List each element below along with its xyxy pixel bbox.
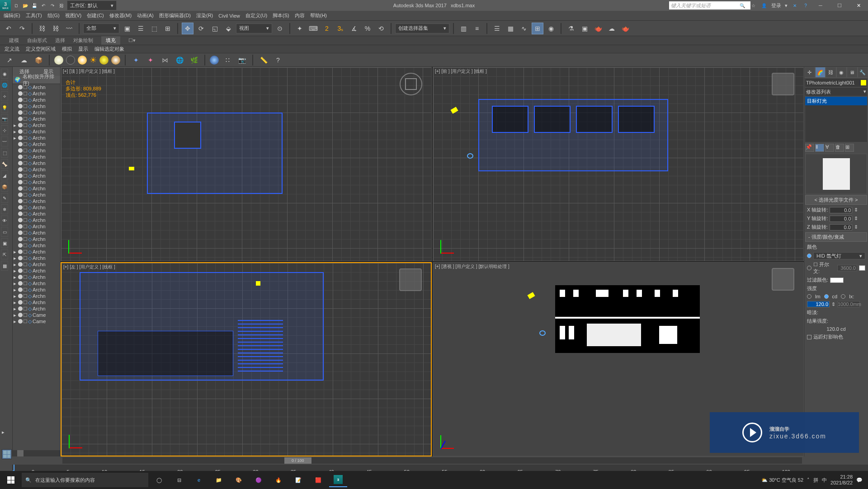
cortana-icon[interactable]: ⊟ [170, 473, 188, 487]
menu-tools[interactable]: 工具(T) [26, 12, 42, 19]
select-rect-button[interactable]: ⬚ [148, 23, 160, 34]
viewcube-front[interactable] [772, 73, 794, 95]
scene-item[interactable]: ◇Archn [13, 141, 60, 147]
cd-radio[interactable] [824, 294, 829, 299]
bind-spacewarp-button[interactable]: 〰 [63, 23, 75, 34]
scene-item[interactable]: ◇Archn [13, 223, 60, 230]
lx-radio[interactable] [841, 294, 845, 299]
populate-editsel[interactable]: 编辑选定对象 [94, 46, 124, 52]
scene-item[interactable]: ◇Archn [13, 192, 60, 198]
render-prod-button[interactable]: 🫖 [592, 23, 604, 34]
scene-item[interactable]: ◇Archn [13, 173, 60, 179]
render-a360-button[interactable]: ☁ [606, 23, 618, 34]
scene-item[interactable]: ◇Archn [13, 109, 60, 116]
preset-radio[interactable] [807, 254, 811, 258]
scene-item[interactable]: ▸◇Archn [13, 261, 60, 268]
scene-item[interactable]: ◇Archn [13, 185, 60, 192]
menu-rendering[interactable]: 渲染(R) [196, 12, 213, 19]
unlink-button[interactable]: ⛓̷ [50, 23, 61, 34]
make-unique-button[interactable]: ∀ [825, 144, 834, 152]
populate-display[interactable]: 显示 [78, 46, 88, 52]
scene-item[interactable]: ▸◇Archn [13, 268, 60, 274]
pick-photometric-file-button[interactable]: < 选择光度学文件 > [805, 195, 867, 205]
rollout-intensity[interactable]: - 强度/颜色/衰减 [805, 232, 867, 242]
pivot-center-button[interactable]: ⊙ [274, 23, 286, 34]
link-button[interactable]: ⛓ [36, 23, 48, 34]
window-crossing-button[interactable]: ⊞ [162, 23, 174, 34]
schematic-view-button[interactable]: ⊞ [532, 23, 543, 34]
tray-ime[interactable]: 拼 [813, 477, 818, 484]
viewport-layout-button[interactable] [2, 449, 12, 459]
menu-animation[interactable]: 动画(A) [137, 12, 154, 19]
cp-tab-hierarchy[interactable]: ⛓ [826, 67, 836, 78]
scene-item[interactable]: ◇Archn [13, 217, 60, 223]
se-tool-15[interactable]: ▭ [1, 227, 8, 237]
off-light-icon[interactable] [66, 56, 75, 65]
menu-modifiers[interactable]: 修改器(M) [109, 12, 132, 19]
scene-item[interactable]: ◇Archn [13, 179, 60, 185]
scene-item[interactable]: ▸◇Archn [13, 287, 60, 293]
camera-icon[interactable]: 📷 [236, 54, 248, 66]
kelvin-swatch[interactable] [859, 265, 865, 271]
app-icon-1[interactable]: 🟣 [250, 473, 268, 487]
firefox-icon[interactable]: 🔥 [269, 473, 288, 487]
layer-explorer-button[interactable]: ☰ [491, 23, 503, 34]
named-sel-set-combo[interactable]: 创建选择器集▾ [395, 24, 449, 33]
scene-item[interactable]: ◇Archn [13, 84, 60, 90]
refcoord-combo[interactable]: 视图▾ [236, 24, 272, 33]
viewport-top-label[interactable]: [+] [顶 ] [用户定义 ] [线框 ] [63, 68, 115, 75]
explorer-icon[interactable]: 📁 [210, 473, 228, 487]
light-icon-3[interactable]: ⋈ [159, 54, 171, 66]
color-preset-combo[interactable]: HID 氙气灯▾ [813, 252, 865, 259]
container-icon[interactable]: 📦 [33, 54, 44, 66]
scene-item[interactable]: ▸◇Archn [13, 280, 60, 287]
se-tool-2[interactable]: 🌐 [1, 80, 8, 90]
cloud-icon[interactable]: ☁ [18, 54, 30, 66]
scene-item[interactable]: ◇Archn [13, 211, 60, 217]
viewcube-top[interactable] [400, 73, 422, 95]
snap-toggle-2d[interactable]: 2 [321, 23, 333, 34]
se-tool-13[interactable]: ❄ [1, 204, 8, 214]
tray-date[interactable]: 2021/8/22 [830, 480, 853, 486]
viewport-front-label[interactable]: [+] [前 ] [用户定义 ] [线框 ] [435, 68, 487, 75]
cp-tab-display[interactable]: 🖥 [847, 67, 858, 78]
scene-item[interactable]: ▸◇Archn [13, 299, 60, 306]
remove-modifier-button[interactable]: 🗑 [835, 144, 844, 152]
se-tool-10[interactable]: ◢ [1, 170, 8, 180]
viewport-left-label[interactable]: [+] [左 ] [用户定义 ] [线框 ] [63, 264, 115, 270]
edge-icon[interactable]: e [190, 473, 208, 487]
help-icon-2[interactable]: ? [272, 54, 284, 66]
scene-item[interactable]: ▸◇Came [13, 312, 60, 318]
scene-item[interactable]: ▸◇Archn [13, 128, 60, 135]
scene-explorer-list[interactable]: ◇Archn◇Archn◇Archn◇Archn◇Archn◇Archn▸◇Ar… [13, 84, 60, 450]
menu-group[interactable]: 组(G) [47, 12, 60, 19]
object-color-swatch[interactable] [861, 80, 866, 85]
render-iterative-button[interactable]: 🫖 [619, 23, 631, 34]
light-icon-1[interactable]: ✦ [130, 54, 142, 66]
redo-icon[interactable]: ↷ [49, 2, 56, 9]
cp-tab-utilities[interactable]: 🔧 [858, 67, 868, 78]
3dsmax-task-icon[interactable]: 3 [329, 473, 347, 487]
scene-item[interactable]: ▸◇Archn [13, 135, 60, 141]
scene-item[interactable]: ▸◇Archn [13, 274, 60, 280]
menu-help[interactable]: 帮助(H) [310, 12, 327, 19]
scene-item[interactable]: ◇Archn [13, 103, 60, 109]
viewport-front[interactable]: [+] [前 ] [用户定义 ] [线框 ] [433, 67, 804, 261]
percent-snap-button[interactable]: % [362, 23, 373, 34]
scene-item[interactable]: ◇Archn [13, 198, 60, 204]
scene-item[interactable]: ◇Archn [13, 147, 60, 154]
select-scale-button[interactable]: ◱ [209, 23, 221, 34]
modifier-list-combo[interactable]: 修改器列表▾ [805, 88, 867, 96]
app-icon-2[interactable]: 🟥 [309, 473, 327, 487]
new-icon[interactable]: 🗋 [13, 2, 20, 9]
user-icon[interactable]: 👤 [760, 2, 768, 9]
ribbon-collapse-icon[interactable]: ☐▾ [128, 38, 136, 43]
populate-simulate[interactable]: 模拟 [62, 46, 72, 52]
menu-grapheditors[interactable]: 图形编辑器(D) [159, 12, 191, 19]
menu-edit[interactable]: 编辑(E) [4, 12, 20, 19]
daylight-icon[interactable] [54, 56, 63, 65]
scene-item[interactable]: ▸◇Archn [13, 306, 60, 312]
ribbon-tab-modeling[interactable]: 建模 [9, 37, 19, 44]
secondary-btn-1[interactable]: ↗ [4, 54, 15, 66]
time-slider-thumb[interactable]: 0 / 100 [284, 457, 311, 464]
